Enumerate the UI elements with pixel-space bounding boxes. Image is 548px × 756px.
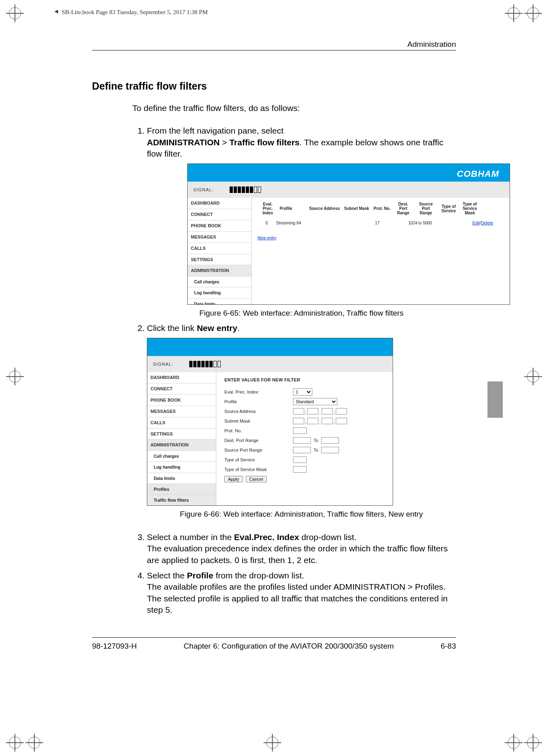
nav-connect[interactable]: CONNECT <box>147 383 216 395</box>
nav-call-charges[interactable]: Call charges <box>147 451 216 462</box>
figure-caption-2: Figure 6-66: Web interface: Administrati… <box>147 509 456 519</box>
nav-data-limits[interactable]: Data limits <box>188 299 251 305</box>
nav-messages[interactable]: MESSAGES <box>147 406 216 417</box>
crop-mark-icon <box>9 7 21 19</box>
crop-mark-icon <box>9 737 21 749</box>
label-prot-no: Prot. No. <box>224 428 293 434</box>
label-tos: Type of Service <box>224 457 293 463</box>
nav-connect[interactable]: CONNECT <box>188 209 251 220</box>
tos-input[interactable] <box>293 457 307 463</box>
crop-mark-icon <box>266 737 278 749</box>
dport-to[interactable] <box>321 437 339 444</box>
new-entry-link[interactable]: New entry <box>257 235 504 241</box>
figure-caption-1: Figure 6-65: Web interface: Administrati… <box>147 308 456 318</box>
crop-mark-icon <box>508 737 520 749</box>
heading-define-filters: Define traffic flow filters <box>92 80 456 92</box>
nav-administration[interactable]: ADMINISTRATION <box>147 440 216 451</box>
form-heading: ENTER VALUES FOR NEW FILTER <box>224 377 385 383</box>
eval-prec-index-select[interactable]: 1 <box>293 388 312 396</box>
mask-octet-3[interactable] <box>322 418 333 424</box>
footer-chapter-title: Chapter 6: Configuration of the AVIATOR … <box>184 642 394 651</box>
cobham-logo: COBHAM <box>457 168 499 180</box>
nav-log-handling[interactable]: Log handling <box>188 287 251 298</box>
chapter-tab <box>487 381 503 418</box>
src-octet-4[interactable] <box>336 408 347 415</box>
crop-mark-icon <box>527 371 539 383</box>
prot-no-input[interactable] <box>293 427 307 434</box>
mask-octet-1[interactable] <box>293 418 304 424</box>
signal-label: SIGNAL: <box>153 361 173 367</box>
tos-mask-input[interactable] <box>293 466 307 473</box>
profile-select[interactable]: Standard <box>293 398 337 405</box>
nav-messages[interactable]: MESSAGES <box>188 232 251 243</box>
cancel-button[interactable]: Cancel <box>246 476 267 482</box>
src-octet-1[interactable] <box>293 408 304 415</box>
step-4: Select the Profile from the drop-down li… <box>147 570 456 616</box>
book-header: ◄SB-Lite.book Page 83 Tuesday, September… <box>53 9 208 16</box>
crop-mark-icon <box>527 7 539 19</box>
procedure-list: From the left navigation pane, select AD… <box>132 125 456 616</box>
label-tos-mask: Type of Service Mask <box>224 467 293 473</box>
nav-settings[interactable]: SETTINGS <box>147 429 216 440</box>
app-header-bar <box>147 338 393 356</box>
signal-bars-icon <box>189 361 221 367</box>
sport-to[interactable] <box>321 447 339 453</box>
label-dest-port-range: Dest. Port Range <box>224 438 293 444</box>
nav-calls[interactable]: CALLS <box>188 243 251 254</box>
crop-mark-icon <box>28 737 40 749</box>
footer-doc-number: 98-127093-H <box>92 642 137 651</box>
nav-traffic-flow-filters[interactable]: Traffic flow filters <box>147 495 216 506</box>
nav-dashboard[interactable]: DASHBOARD <box>188 198 251 209</box>
nav-call-charges[interactable]: Call charges <box>188 276 251 287</box>
nav-dashboard[interactable]: DASHBOARD <box>147 372 216 383</box>
nav-phone-book[interactable]: PHONE BOOK <box>147 395 216 406</box>
signal-bars-icon <box>230 186 261 193</box>
mask-octet-4[interactable] <box>336 418 347 424</box>
src-octet-3[interactable] <box>322 408 333 415</box>
mask-octet-2[interactable] <box>307 418 318 424</box>
src-octet-2[interactable] <box>307 408 318 415</box>
intro-text: To define the traffic flow filters, do a… <box>132 103 456 114</box>
nav-calls[interactable]: CALLS <box>147 417 216 429</box>
nav-data-limits[interactable]: Data limits <box>147 473 216 484</box>
left-nav: DASHBOARD CONNECT PHONE BOOK MESSAGES CA… <box>188 198 252 305</box>
crop-mark-icon <box>508 7 520 19</box>
app-header-bar: COBHAM <box>188 164 510 182</box>
filters-table-row: 0 Streaming 64 17 1024 to 5000 E <box>257 220 504 226</box>
crop-mark-icon <box>9 371 21 383</box>
signal-label: SIGNAL: <box>193 187 213 193</box>
running-head: Administration <box>408 40 456 49</box>
footer-page-number: 6-83 <box>441 642 456 651</box>
delete-link[interactable]: Delete <box>481 220 493 225</box>
step-2: Click the link New entry. SIGNAL: DASHBO… <box>147 323 456 519</box>
nav-profiles[interactable]: Profiles <box>147 484 216 495</box>
nav-settings[interactable]: SETTINGS <box>188 254 251 266</box>
screenshot-new-entry-form: SIGNAL: DASHBOARD CONNECT PHONE BOOK MES… <box>147 338 393 506</box>
label-source-address: Source Address <box>224 408 293 415</box>
step-1: From the left navigation pane, select AD… <box>147 125 456 318</box>
apply-button[interactable]: Apply <box>224 476 243 482</box>
signal-row: SIGNAL: <box>188 182 510 198</box>
crop-mark-icon <box>527 737 539 749</box>
filters-table-header: Eval. Prec. Index Profile Source Address… <box>257 201 504 216</box>
label-subnet-mask: Subnet Mask <box>224 418 293 424</box>
left-nav: DASHBOARD CONNECT PHONE BOOK MESSAGES CA… <box>147 372 216 506</box>
nav-administration[interactable]: ADMINISTRATION <box>188 265 251 276</box>
signal-row: SIGNAL: <box>147 356 393 372</box>
footer-rule <box>92 637 456 638</box>
label-profile: Profile <box>224 399 293 405</box>
header-rule: Administration <box>92 50 456 50</box>
sport-from[interactable] <box>293 447 311 453</box>
label-eval-index: Eval. Prec. Index: <box>224 389 293 395</box>
nav-log-handling[interactable]: Log handling <box>147 462 216 473</box>
dport-from[interactable] <box>293 437 311 444</box>
nav-phone-book[interactable]: PHONE BOOK <box>188 220 251 232</box>
page-footer: 98-127093-H Chapter 6: Configuration of … <box>92 642 456 651</box>
step-3: Select a number in the Eval.Prec. Index … <box>147 532 456 566</box>
screenshot-traffic-flow-list: COBHAM SIGNAL: DASHBOARD CONNECT PHONE B… <box>187 163 510 305</box>
label-source-port-range: Source Port Range <box>224 447 293 453</box>
edit-link[interactable]: Edit <box>473 220 480 225</box>
